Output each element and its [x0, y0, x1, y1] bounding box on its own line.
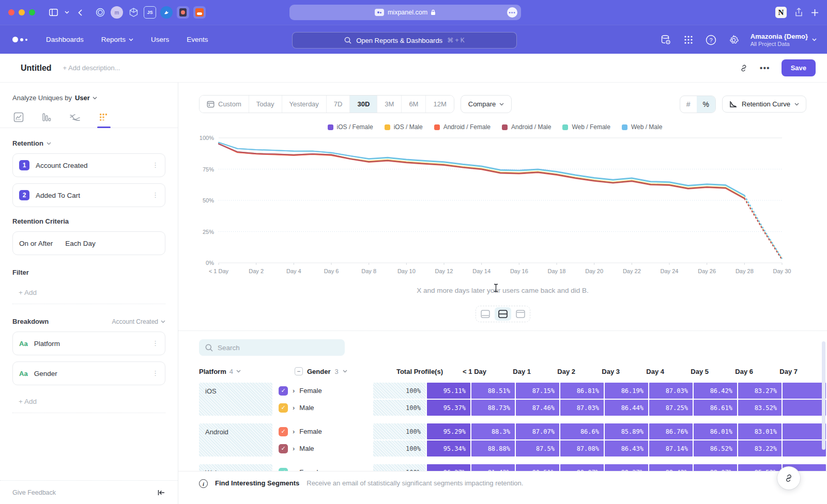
more-options-icon[interactable]: •••	[760, 64, 770, 73]
retention-value-cell[interactable]: 88.51%	[471, 383, 515, 399]
save-button[interactable]: Save	[782, 59, 816, 76]
range-yesterday[interactable]: Yesterday	[282, 96, 327, 113]
sidebar-toggle-icon[interactable]	[47, 6, 60, 19]
breakdown-options-icon[interactable]: ⋮	[152, 341, 159, 345]
nav-events[interactable]: Events	[187, 36, 208, 43]
retention-value-cell[interactable]: 83.01%	[738, 423, 782, 439]
retention-value-cell[interactable]: 86.76%	[649, 423, 693, 439]
total-profiles-header[interactable]: Total Profile(s)	[395, 368, 448, 375]
series-checkbox[interactable]: ✓	[279, 403, 288, 413]
address-bar[interactable]: mixpanel.com •••	[289, 5, 521, 20]
retention-value-cell[interactable]: 86.01%	[694, 423, 737, 439]
range-6m[interactable]: 6M	[402, 96, 426, 113]
day-column-header[interactable]: Day 1	[493, 368, 537, 375]
report-title[interactable]: Untitled	[21, 64, 52, 73]
gender-cell[interactable]: ✓ › Male	[272, 440, 373, 456]
day-column-header[interactable]: Day 7	[759, 368, 804, 375]
breakdown-platform[interactable]: Aa Platform ⋮	[12, 332, 165, 355]
day-column-header[interactable]: Day 4	[626, 368, 670, 375]
gender-column-header[interactable]: − Gender 3	[295, 367, 395, 375]
chart-only-view-button[interactable]	[477, 307, 494, 321]
range-custom[interactable]: Custom	[200, 96, 249, 113]
retention-value-cell[interactable]: 88.73%	[471, 400, 515, 416]
retention-value-cell[interactable]: 86.6%	[560, 423, 604, 439]
range-3m[interactable]: 3M	[377, 96, 402, 113]
retention-value-cell[interactable]: 87.14%	[649, 440, 693, 456]
apps-grid-icon[interactable]	[682, 34, 695, 46]
bird-extension-icon[interactable]	[160, 6, 173, 19]
project-switcher[interactable]: Amazonia {Demo} All Project Data	[751, 33, 817, 47]
target-extension-icon[interactable]	[94, 6, 106, 19]
retention-value-cell[interactable]	[783, 423, 826, 439]
retention-value-cell[interactable]	[783, 440, 826, 456]
share-icon[interactable]	[795, 8, 803, 17]
expand-row-icon[interactable]: ›	[293, 387, 295, 395]
gender-cell[interactable]: ✓ › Female	[272, 383, 373, 399]
tab-insights[interactable]	[13, 112, 24, 128]
legend-item[interactable]: iOS / Female	[328, 123, 373, 131]
retention-value-cell[interactable]: 86.44%	[605, 400, 648, 416]
breakdown-options-icon[interactable]: ⋮	[152, 371, 159, 375]
tab-funnels[interactable]	[41, 112, 52, 128]
retention-value-cell[interactable]	[783, 383, 826, 399]
tab-retention[interactable]	[98, 112, 109, 128]
data-management-icon[interactable]	[660, 34, 672, 46]
criteria-mode[interactable]: On or After	[19, 240, 53, 247]
retention-step-2[interactable]: 2 Added To Cart ⋮	[12, 183, 165, 207]
series-checkbox[interactable]: ✓	[279, 427, 288, 436]
retention-section-header[interactable]: Retention	[12, 139, 165, 147]
retention-value-cell[interactable]: 83.22%	[738, 440, 782, 456]
mixpanel-logo[interactable]	[12, 37, 27, 42]
page-actions-button[interactable]: •••	[507, 7, 517, 18]
breakdown-add-button[interactable]: + Add	[12, 391, 165, 413]
retention-step-1[interactable]: 1 Account Created ⋮	[12, 153, 165, 177]
table-only-view-button[interactable]	[512, 307, 529, 321]
retention-value-cell[interactable]: 87.03%	[649, 383, 693, 399]
retention-value-cell[interactable]: 87.08%	[560, 440, 604, 456]
percent-format-button[interactable]: %	[697, 96, 715, 113]
retention-value-cell[interactable]	[783, 400, 826, 416]
zoom-window-button[interactable]	[29, 9, 35, 15]
nav-dashboards[interactable]: Dashboards	[46, 36, 84, 43]
help-icon[interactable]: ?	[705, 34, 717, 46]
range-7d[interactable]: 7D	[327, 96, 350, 113]
select-all-checkbox[interactable]: −	[295, 367, 303, 375]
platform-column-header[interactable]: Platform 4	[199, 368, 295, 375]
step-options-icon[interactable]: ⋮	[152, 193, 159, 197]
copy-link-icon[interactable]	[739, 64, 748, 73]
criteria-interval[interactable]: Each Day	[65, 240, 96, 247]
platform-cell[interactable]: Android	[199, 423, 272, 456]
legend-item[interactable]: Android / Male	[502, 123, 551, 131]
new-tab-icon[interactable]	[811, 9, 819, 17]
retention-value-cell[interactable]: 85.89%	[605, 423, 648, 439]
legend-item[interactable]: iOS / Male	[385, 123, 423, 131]
platform-cell[interactable]: iOS	[199, 383, 272, 416]
settings-gear-icon[interactable]	[728, 34, 740, 46]
share-link-floating-button[interactable]	[777, 467, 800, 490]
legend-item[interactable]: Web / Female	[562, 123, 610, 131]
collapse-sidebar-icon[interactable]	[158, 490, 165, 496]
range-12m[interactable]: 12M	[426, 96, 453, 113]
record-extension-icon[interactable]	[177, 6, 189, 19]
step-options-icon[interactable]: ⋮	[152, 163, 159, 167]
day-column-header[interactable]: Day 3	[581, 368, 626, 375]
table-search-input[interactable]: Search	[199, 339, 345, 356]
retention-value-cell[interactable]: 87.5%	[516, 440, 559, 456]
gender-cell[interactable]: ✓ › Female	[272, 423, 373, 439]
day-column-header[interactable]: Day 2	[537, 368, 581, 375]
legend-item[interactable]: Android / Female	[434, 123, 491, 131]
back-button[interactable]	[73, 6, 87, 19]
retention-value-cell[interactable]: 83.27%	[738, 383, 782, 399]
global-search-bar[interactable]: Open Reports & Dashboards ⌘ + K	[292, 32, 517, 49]
range-30d[interactable]: 30D	[350, 96, 377, 113]
split-view-button[interactable]	[495, 307, 511, 321]
retention-chart[interactable]: 100%75%50%25%0%< 1 DayDay 2Day 4Day 6Day…	[194, 134, 827, 281]
give-feedback-link[interactable]: Give Feedback	[12, 489, 56, 496]
day-column-header[interactable]: Day 5	[670, 368, 715, 375]
nav-reports[interactable]: Reports	[101, 36, 133, 43]
retention-value-cell[interactable]: 87.25%	[649, 400, 693, 416]
day-column-header[interactable]: < 1 Day	[448, 368, 493, 375]
analyze-entity-select[interactable]: User	[75, 94, 97, 102]
range-today[interactable]: Today	[249, 96, 282, 113]
retention-value-cell[interactable]: 86.42%	[694, 383, 737, 399]
